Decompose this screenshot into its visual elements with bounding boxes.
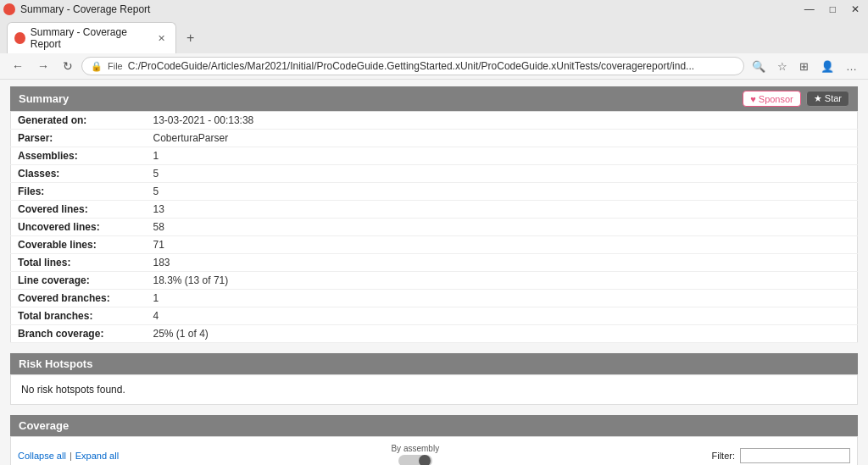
address-url: C:/ProCodeGuide/Articles/Mar2021/Initial…	[128, 60, 735, 72]
title-bar: Summary - Coverage Report — □ ✕	[0, 0, 868, 19]
maximize-button[interactable]: □	[825, 2, 841, 17]
summary-field-label: Total branches:	[11, 307, 147, 325]
summary-row: Branch coverage:25% (1 of 4)	[11, 325, 858, 343]
summary-row: Uncovered lines:58	[11, 219, 858, 236]
summary-field-value: 13	[147, 201, 858, 219]
summary-header-actions: ♥ Sponsor ★ Star	[743, 91, 849, 107]
file-label: File	[108, 61, 123, 71]
summary-field-label: Classes:	[11, 165, 147, 183]
summary-row: Classes:5	[11, 165, 858, 183]
search-icon[interactable]: 🔍	[748, 58, 770, 75]
filter-label: Filter:	[711, 451, 735, 461]
filter-input[interactable]	[740, 448, 850, 463]
summary-field-value: 58	[147, 219, 858, 236]
coverage-title: Coverage	[19, 419, 69, 432]
filter-control: Filter:	[711, 448, 850, 463]
tab-favicon	[14, 32, 25, 44]
summary-row: Generated on:13-03-2021 - 00:13:38	[11, 112, 858, 130]
refresh-button[interactable]: ↻	[58, 58, 78, 75]
nav-actions: 🔍 ☆ ⊞ 👤 …	[748, 58, 861, 75]
summary-row: Covered branches:1	[11, 290, 858, 307]
summary-field-label: Total lines:	[11, 254, 147, 272]
coverage-controls: Collapse all | Expand all By assembly Fi…	[18, 440, 850, 465]
expand-all-link[interactable]: Expand all	[75, 451, 119, 461]
coverage-section: Coverage Collapse all | Expand all By as…	[10, 415, 858, 465]
summary-field-value: 4	[147, 307, 858, 325]
summary-field-value: 5	[147, 165, 858, 183]
collections-icon[interactable]: ⊞	[795, 58, 813, 75]
summary-row: Coverable lines:71	[11, 236, 858, 254]
address-bar[interactable]: 🔒 File C:/ProCodeGuide/Articles/Mar2021/…	[81, 57, 744, 75]
minimize-button[interactable]: —	[799, 2, 820, 17]
collapse-all-link[interactable]: Collapse all	[18, 451, 66, 461]
summary-row: Parser:CoberturaParser	[11, 130, 858, 147]
grouping-control: By assembly	[391, 444, 439, 465]
grouping-toggle[interactable]	[398, 455, 432, 465]
window-controls: — □ ✕	[799, 2, 865, 17]
summary-section: Summary ♥ Sponsor ★ Star Generated on:13…	[10, 86, 858, 343]
summary-field-value: 1	[147, 147, 858, 165]
summary-field-value: 5	[147, 183, 858, 201]
summary-field-label: Covered branches:	[11, 290, 147, 307]
summary-row: Covered lines:13	[11, 201, 858, 219]
coverage-controls-container: Collapse all | Expand all By assembly Fi…	[10, 436, 858, 465]
bookmark-icon[interactable]: ☆	[773, 58, 792, 75]
tab-title: Summary - Coverage Report	[20, 3, 150, 15]
risk-hotspots-section: Risk Hotspots No risk hotspots found.	[10, 353, 858, 405]
summary-field-label: Covered lines:	[11, 201, 147, 219]
summary-row: Assemblies:1	[11, 147, 858, 165]
forward-button[interactable]: →	[32, 58, 54, 75]
risk-hotspots-content: No risk hotspots found.	[10, 374, 858, 405]
summary-field-label: Assemblies:	[11, 147, 147, 165]
close-button[interactable]: ✕	[846, 2, 865, 17]
page-content: Summary ♥ Sponsor ★ Star Generated on:13…	[0, 80, 868, 465]
summary-field-value: 18.3% (13 of 71)	[147, 272, 858, 290]
menu-icon[interactable]: …	[842, 58, 861, 75]
summary-field-label: Branch coverage:	[11, 325, 147, 343]
risk-hotspots-title: Risk Hotspots	[19, 357, 92, 370]
summary-header: Summary ♥ Sponsor ★ Star	[10, 86, 858, 111]
summary-row: Total lines:183	[11, 254, 858, 272]
summary-field-value: 71	[147, 236, 858, 254]
summary-row: Files:5	[11, 183, 858, 201]
summary-field-value: 1	[147, 290, 858, 307]
sponsor-button[interactable]: ♥ Sponsor	[743, 91, 801, 107]
summary-field-label: Generated on:	[11, 112, 147, 130]
profile-icon[interactable]: 👤	[816, 58, 838, 75]
separator: |	[70, 451, 72, 461]
lock-icon: 🔒	[91, 61, 103, 72]
star-button[interactable]: ★ Star	[806, 91, 849, 107]
summary-field-value: 25% (1 of 4)	[147, 325, 858, 343]
nav-bar: ← → ↻ 🔒 File C:/ProCodeGuide/Articles/Ma…	[0, 53, 868, 80]
tab-close-icon[interactable]: ✕	[158, 33, 165, 44]
collapse-expand-controls: Collapse all | Expand all	[18, 451, 119, 461]
summary-field-value: CoberturaParser	[147, 130, 858, 147]
grouping-label: By assembly	[391, 444, 439, 453]
summary-row: Line coverage:18.3% (13 of 71)	[11, 272, 858, 290]
new-tab-button[interactable]: +	[180, 29, 201, 47]
summary-field-label: Files:	[11, 183, 147, 201]
summary-field-label: Uncovered lines:	[11, 219, 147, 236]
summary-row: Total branches:4	[11, 307, 858, 325]
summary-table: Generated on:13-03-2021 - 00:13:38Parser…	[10, 111, 858, 343]
summary-title: Summary	[19, 92, 69, 105]
tab-label: Summary - Coverage Report	[31, 26, 149, 50]
toggle-thumb	[419, 455, 431, 465]
summary-field-value: 13-03-2021 - 00:13:38	[147, 112, 858, 130]
summary-field-label: Line coverage:	[11, 272, 147, 290]
favicon-icon	[3, 3, 15, 15]
summary-field-label: Parser:	[11, 130, 147, 147]
title-left: Summary - Coverage Report	[3, 3, 150, 15]
risk-hotspots-header: Risk Hotspots	[10, 353, 858, 374]
no-hotspots-text: No risk hotspots found.	[21, 384, 125, 396]
summary-field-label: Coverable lines:	[11, 236, 147, 254]
tab-bar: Summary - Coverage Report ✕ +	[0, 19, 868, 53]
coverage-header: Coverage	[10, 415, 858, 436]
back-button[interactable]: ←	[7, 58, 29, 75]
summary-field-value: 183	[147, 254, 858, 272]
active-tab[interactable]: Summary - Coverage Report ✕	[7, 22, 176, 53]
